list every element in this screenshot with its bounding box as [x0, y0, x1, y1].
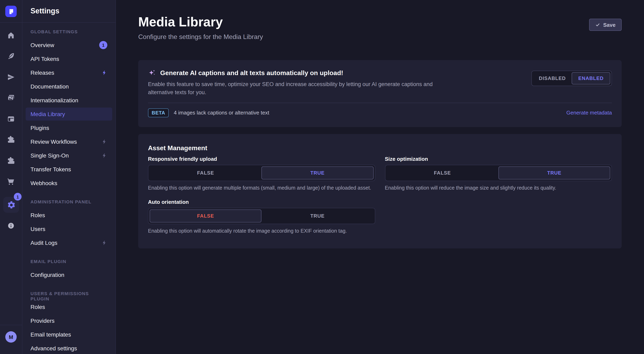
- sidebar-item-advanced-settings[interactable]: Advanced settings: [26, 342, 112, 354]
- page-header: Media Library Configure the settings for…: [138, 0, 622, 41]
- sidebar-item-label: Webhooks: [30, 180, 57, 186]
- sidebar-item-internationalization[interactable]: Internationalization: [26, 94, 112, 107]
- sidebar-item-transfer-tokens[interactable]: Transfer Tokens: [26, 163, 112, 176]
- sidebar-item-providers[interactable]: Providers: [26, 314, 112, 327]
- sidebar-item-media-library[interactable]: Media Library: [26, 108, 112, 121]
- sidebar-item-label: API Tokens: [30, 56, 59, 62]
- save-button-label: Save: [603, 22, 616, 28]
- sidebar-item-label: Users: [30, 226, 45, 232]
- lightning-icon: [102, 240, 107, 246]
- icon-rail: 1 M: [0, 0, 22, 354]
- notification-badge: 1: [99, 41, 107, 49]
- sidebar-nav: GLOBAL SETTINGS Overview 1 API Tokens Re…: [22, 23, 116, 354]
- sidebar-item-label: Audit Logs: [30, 239, 57, 246]
- asset-management-fields: Responsive friendly upload FALSE TRUE En…: [148, 156, 612, 235]
- info-glyph: [7, 222, 15, 230]
- field-hint: Enabling this option will automatically …: [148, 227, 375, 235]
- sidebar-item-overview[interactable]: Overview 1: [26, 38, 112, 52]
- generate-metadata-link[interactable]: Generate metadata: [566, 110, 612, 116]
- section-label: EMAIL PLUGIN: [26, 259, 112, 264]
- sidebar-item-documentation[interactable]: Documentation: [26, 80, 112, 93]
- sidebar-header: Settings: [22, 0, 116, 23]
- sidebar-item-webhooks[interactable]: Webhooks: [26, 177, 112, 189]
- responsive-upload-toggle: FALSE TRUE: [148, 165, 375, 181]
- section-label: GLOBAL SETTINGS: [26, 29, 112, 34]
- sidebar-item-label: Transfer Tokens: [30, 166, 71, 173]
- sidebar-item-label: Overview: [30, 42, 54, 48]
- ai-captions-disabled-option[interactable]: DISABLED: [533, 72, 572, 84]
- sidebar-item-label: Email templates: [30, 331, 71, 338]
- sidebar-item-label: Roles: [30, 212, 45, 218]
- sidebar-item-admin-roles[interactable]: Roles: [26, 209, 112, 222]
- auto-orientation-toggle: FALSE TRUE: [148, 208, 375, 224]
- puzzle-icon-2[interactable]: [6, 156, 16, 166]
- home-icon[interactable]: [6, 30, 16, 40]
- sidebar-item-label: Providers: [30, 318, 54, 324]
- responsive-upload-true-option[interactable]: TRUE: [262, 167, 374, 179]
- strapi-settings-app: 1 M Settings GLOBAL SETTINGS Overview 1: [0, 0, 644, 354]
- feather-glyph: [7, 52, 15, 60]
- sidebar-item-label: Releases: [30, 69, 54, 76]
- auto-orientation-false-option[interactable]: FALSE: [150, 209, 262, 222]
- lightning-icon: [102, 139, 107, 145]
- gear-glyph: [7, 200, 16, 209]
- beta-badge: BETA: [148, 108, 169, 117]
- sidebar-item-configuration[interactable]: Configuration: [26, 268, 112, 281]
- check-icon: [595, 22, 600, 27]
- sidebar-item-review-workflows[interactable]: Review Workflows: [26, 135, 112, 148]
- banner-title: Generate AI captions and alt texts autom…: [160, 69, 343, 77]
- field-auto-orientation: Auto orientation FALSE TRUE Enabling thi…: [148, 199, 375, 235]
- strapi-logo-icon[interactable]: [5, 5, 17, 17]
- ai-captions-enabled-option[interactable]: ENABLED: [572, 72, 610, 84]
- sidebar-item-up-roles[interactable]: Roles: [26, 300, 112, 313]
- main-content: Media Library Configure the settings for…: [116, 0, 644, 354]
- responsive-upload-false-option[interactable]: FALSE: [150, 167, 262, 179]
- sidebar-item-releases[interactable]: Releases: [26, 66, 112, 79]
- rail-divider: [0, 325, 22, 325]
- sidebar-item-label: Documentation: [30, 83, 69, 90]
- sidebar-item-single-sign-on[interactable]: Single Sign-On: [26, 149, 112, 162]
- sidebar-item-audit-logs[interactable]: Audit Logs: [26, 236, 112, 249]
- sidebar-item-email-templates[interactable]: Email templates: [26, 328, 112, 341]
- settings-gear-icon[interactable]: 1: [3, 197, 19, 213]
- sidebar-item-plugins[interactable]: Plugins: [26, 121, 112, 134]
- user-avatar[interactable]: M: [5, 331, 17, 343]
- sparkle-icon: [148, 69, 156, 77]
- field-label: Responsive friendly upload: [148, 156, 375, 162]
- layout-icon[interactable]: [6, 114, 16, 124]
- sidebar-item-label: Media Library: [30, 111, 65, 117]
- section-users-permissions-plugin: USERS & PERMISSIONS PLUGIN Roles Provide…: [26, 291, 112, 354]
- sidebar-item-api-tokens[interactable]: API Tokens: [26, 52, 112, 65]
- banner-footer: BETA 4 images lack captions or alternati…: [148, 108, 612, 117]
- strapi-logo-glyph: [8, 8, 14, 14]
- paper-plane-icon[interactable]: [6, 72, 16, 82]
- missing-captions-status: 4 images lack captions or alternative te…: [174, 110, 269, 116]
- feather-icon[interactable]: [6, 51, 16, 61]
- field-responsive-friendly-upload: Responsive friendly upload FALSE TRUE En…: [148, 156, 375, 192]
- field-label: Size optimization: [385, 156, 612, 162]
- sidebar-item-label: Review Workflows: [30, 139, 77, 145]
- info-icon[interactable]: [6, 221, 16, 231]
- rail-header: [0, 0, 22, 23]
- field-hint: Enabling this option will generate multi…: [148, 184, 375, 192]
- size-optimization-false-option[interactable]: FALSE: [386, 167, 498, 179]
- sidebar-item-users[interactable]: Users: [26, 222, 112, 235]
- sidebar-item-label: Internationalization: [30, 97, 78, 104]
- lightning-icon: [102, 70, 107, 75]
- size-optimization-toggle: FALSE TRUE: [385, 165, 612, 181]
- settings-notification-badge: 1: [14, 193, 22, 200]
- puzzle-icon[interactable]: [6, 135, 16, 145]
- media-library-glyph: [7, 94, 15, 102]
- sidebar-item-label: Single Sign-On: [30, 152, 69, 159]
- size-optimization-true-option[interactable]: TRUE: [498, 167, 610, 179]
- section-label: ADMINISTRATION PANEL: [26, 199, 112, 205]
- media-library-icon[interactable]: [6, 93, 16, 103]
- cart-icon[interactable]: [6, 177, 16, 186]
- section-global-settings: GLOBAL SETTINGS Overview 1 API Tokens Re…: [26, 29, 112, 189]
- puzzle-2-glyph: [7, 157, 15, 165]
- auto-orientation-true-option[interactable]: TRUE: [262, 209, 374, 222]
- save-button[interactable]: Save: [589, 19, 622, 31]
- sidebar-item-label: Roles: [30, 304, 45, 310]
- settings-sidebar: Settings GLOBAL SETTINGS Overview 1 API …: [22, 0, 116, 354]
- sidebar-item-label: Plugins: [30, 125, 49, 131]
